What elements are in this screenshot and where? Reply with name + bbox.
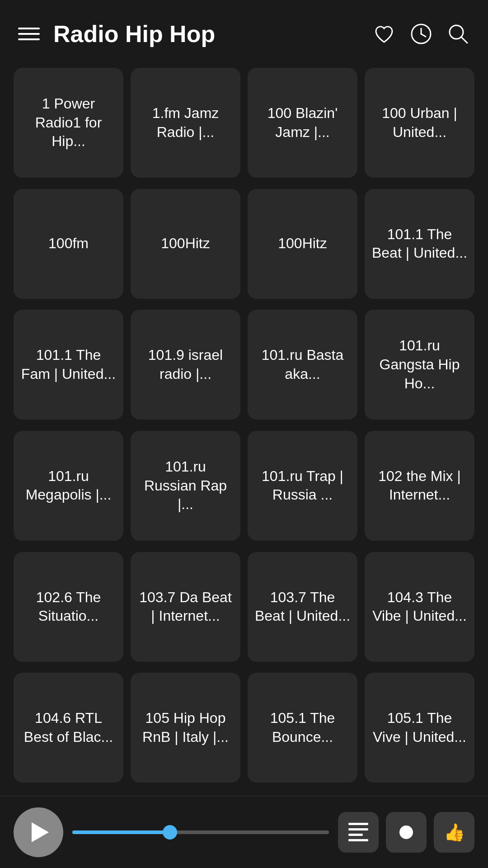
header-left: Radio Hip Hop — [18, 20, 215, 47]
radio-station-item[interactable]: 105.1 The Vive | United... — [365, 673, 474, 783]
progress-fill — [72, 830, 170, 834]
radio-station-item[interactable]: 101.ru Megapolis |... — [14, 431, 123, 541]
now-playing-button[interactable] — [386, 812, 427, 853]
radio-station-item[interactable]: 102 the Mix | Internet... — [365, 431, 474, 541]
play-button[interactable] — [14, 807, 63, 857]
header-icons — [372, 22, 470, 46]
progress-bar[interactable] — [72, 830, 329, 834]
progress-thumb[interactable] — [163, 825, 177, 840]
bottom-bar: 👍 — [0, 796, 488, 868]
play-triangle-icon — [32, 822, 49, 842]
like-button[interactable]: 👍 — [434, 812, 474, 853]
radio-station-item[interactable]: 105 Hip Hop RnB | Italy |... — [131, 673, 240, 783]
radio-station-item[interactable]: 100 Blazin' Jamz |... — [248, 68, 357, 178]
radio-station-item[interactable]: 100fm — [14, 189, 123, 299]
radio-station-item[interactable]: 104.6 RTL Best of Blac... — [14, 673, 123, 783]
radio-station-item[interactable]: 102.6 The Situatio... — [14, 552, 123, 662]
list-view-button[interactable] — [338, 812, 379, 853]
menu-icon[interactable] — [18, 28, 40, 40]
radio-station-item[interactable]: 100Hitz — [131, 189, 240, 299]
radio-station-item[interactable]: 1 Power Radio1 for Hip... — [14, 68, 123, 178]
clock-icon[interactable] — [409, 22, 433, 46]
radio-station-item[interactable]: 101.ru Gangsta Hip Ho... — [365, 310, 474, 420]
radio-station-item[interactable]: 103.7 The Beat | United... — [248, 552, 357, 662]
radio-station-item[interactable]: 101.ru Basta aka... — [248, 310, 357, 420]
list-icon — [348, 823, 368, 841]
svg-line-2 — [421, 34, 426, 37]
radio-station-item[interactable]: 105.1 The Bounce... — [248, 673, 357, 783]
radio-station-item[interactable]: 101.9 israel radio |... — [131, 310, 240, 420]
radio-station-item[interactable]: 1.fm Jamz Radio |... — [131, 68, 240, 178]
thumbs-up-icon: 👍 — [444, 822, 465, 842]
svg-line-4 — [461, 37, 467, 43]
search-icon[interactable] — [446, 22, 470, 46]
radio-station-item[interactable]: 101.1 The Beat | United... — [365, 189, 474, 299]
heart-icon[interactable] — [372, 22, 396, 46]
radio-grid: 1 Power Radio1 for Hip...1.fm Jamz Radio… — [0, 59, 488, 796]
bottom-controls: 👍 — [338, 812, 474, 853]
radio-station-item[interactable]: 100 Urban | United... — [365, 68, 474, 178]
header: Radio Hip Hop — [0, 0, 488, 59]
radio-station-item[interactable]: 101.1 The Fam | United... — [14, 310, 123, 420]
radio-station-item[interactable]: 101.ru Russian Rap |... — [131, 431, 240, 541]
radio-station-item[interactable]: 101.ru Trap | Russia ... — [248, 431, 357, 541]
radio-station-item[interactable]: 103.7 Da Beat | Internet... — [131, 552, 240, 662]
circle-dot-icon — [399, 826, 413, 839]
page-title: Radio Hip Hop — [53, 20, 215, 47]
radio-station-item[interactable]: 100Hitz — [248, 189, 357, 299]
radio-station-item[interactable]: 104.3 The Vibe | United... — [365, 552, 474, 662]
